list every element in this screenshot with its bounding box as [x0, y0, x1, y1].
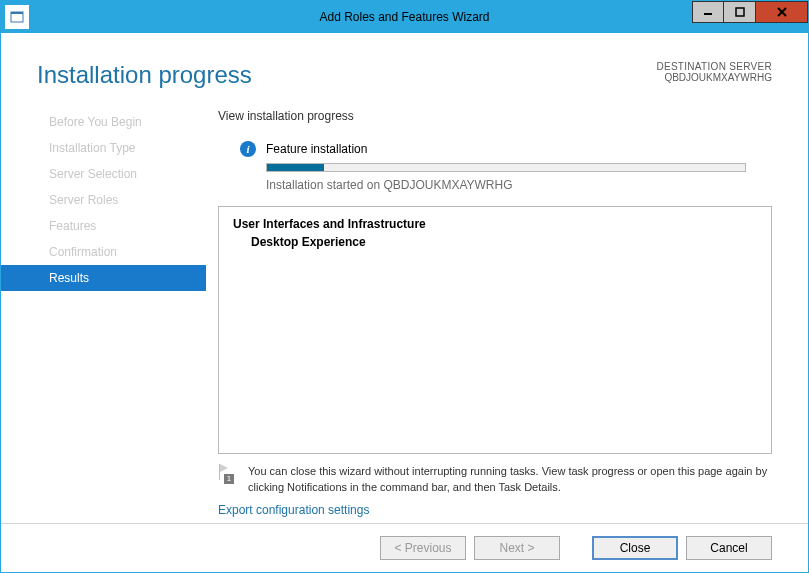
cancel-button[interactable]: Cancel: [686, 536, 772, 560]
maximize-button[interactable]: [724, 1, 756, 23]
titlebar: Add Roles and Features Wizard: [1, 1, 808, 33]
body-row: Before You Begin Installation Type Serve…: [1, 89, 808, 523]
window-controls: [692, 1, 808, 23]
svg-rect-1: [11, 12, 23, 14]
installation-started-label: Installation started on QBDJOUKMXAYWRHG: [218, 178, 772, 192]
step-features: Features: [1, 213, 206, 239]
page-title: Installation progress: [37, 61, 252, 89]
close-wizard-button[interactable]: Close: [592, 536, 678, 560]
results-box: User Interfaces and Infrastructure Deskt…: [218, 206, 772, 454]
window-title: Add Roles and Features Wizard: [319, 10, 489, 24]
header-row: Installation progress DESTINATION SERVER…: [1, 33, 808, 89]
feature-group: User Interfaces and Infrastructure: [233, 215, 757, 233]
previous-button: < Previous: [380, 536, 466, 560]
tip-row: 1 You can close this wizard without inte…: [218, 454, 772, 503]
status-text: Feature installation: [266, 142, 367, 156]
destination-server: DESTINATION SERVER QBDJOUKMXAYWRHG: [656, 61, 772, 83]
info-icon: i: [240, 141, 256, 157]
wizard-steps-sidebar: Before You Begin Installation Type Serve…: [1, 109, 206, 523]
destination-label: DESTINATION SERVER: [656, 61, 772, 72]
app-icon: [5, 5, 29, 29]
tip-text: You can close this wizard without interr…: [248, 464, 772, 495]
step-installation-type: Installation Type: [1, 135, 206, 161]
feature-item: Desktop Experience: [233, 233, 757, 251]
step-confirmation: Confirmation: [1, 239, 206, 265]
progress-wrap: [218, 163, 772, 172]
main-panel: View installation progress i Feature ins…: [206, 109, 808, 523]
wizard-footer: < Previous Next > Close Cancel: [1, 523, 808, 572]
view-progress-label: View installation progress: [218, 109, 772, 123]
flag-badge: 1: [224, 474, 234, 484]
export-configuration-link[interactable]: Export configuration settings: [218, 503, 772, 523]
notification-flag-icon: 1: [218, 464, 236, 484]
progress-fill: [267, 164, 324, 171]
minimize-button[interactable]: [692, 1, 724, 23]
destination-value: QBDJOUKMXAYWRHG: [656, 72, 772, 83]
next-button: Next >: [474, 536, 560, 560]
step-server-roles: Server Roles: [1, 187, 206, 213]
close-button[interactable]: [756, 1, 808, 23]
step-results: Results: [1, 265, 206, 291]
svg-rect-3: [736, 8, 744, 16]
step-server-selection: Server Selection: [1, 161, 206, 187]
status-row: i Feature installation: [218, 141, 772, 157]
step-before-you-begin: Before You Begin: [1, 109, 206, 135]
wizard-content: Installation progress DESTINATION SERVER…: [1, 33, 808, 572]
progress-bar: [266, 163, 746, 172]
